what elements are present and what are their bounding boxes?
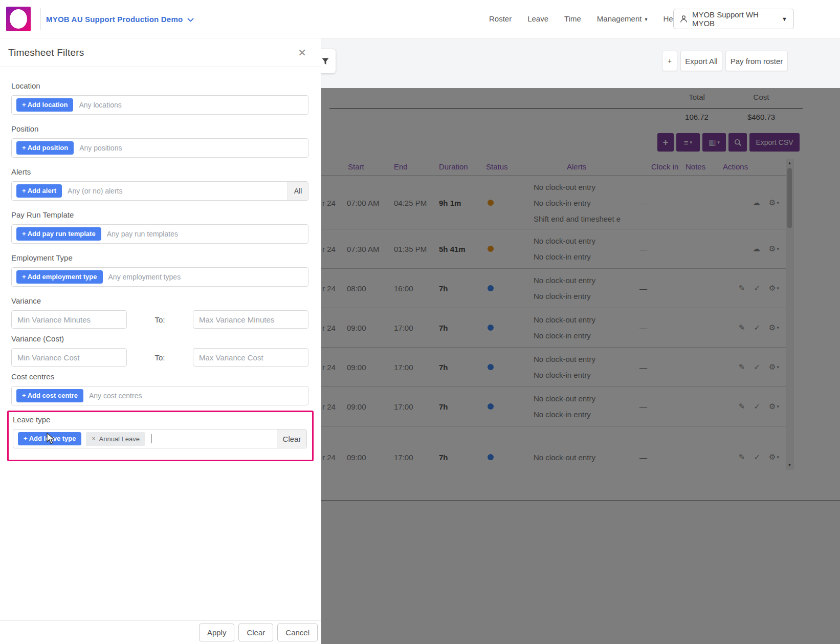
- section-label: Employment Type: [11, 253, 308, 263]
- leave-type-clear-button[interactable]: Clear: [277, 430, 306, 448]
- filter-section-variance-cost: Variance (Cost) To:: [11, 334, 308, 367]
- nav-management[interactable]: Management▾: [597, 14, 648, 23]
- add-employment-type-button[interactable]: + Add employment type: [16, 270, 103, 284]
- filter-section-alerts: Alerts + Add alert Any (or no) alerts Al…: [11, 167, 308, 201]
- alerts-all-button[interactable]: All: [288, 182, 308, 200]
- filter-section-pay-run-template: Pay Run Template + Add pay run template …: [11, 210, 308, 244]
- to-label: To:: [154, 353, 165, 362]
- add-position-button[interactable]: + Add position: [16, 141, 74, 155]
- employment-type-placeholder: Any employment types: [108, 273, 181, 281]
- app-window: + Export All Pay from roster Total Cost …: [0, 0, 840, 644]
- cancel-button[interactable]: Cancel: [277, 624, 318, 641]
- pay-from-roster-button[interactable]: Pay from roster: [725, 51, 788, 71]
- add-cost-centre-button[interactable]: + Add cost centre: [16, 389, 83, 402]
- modal-backdrop[interactable]: [321, 88, 840, 644]
- nav-leave[interactable]: Leave: [527, 14, 548, 23]
- filter-section-position: Position + Add position Any positions: [11, 124, 308, 158]
- mouse-cursor: [46, 433, 55, 445]
- filter-section-location: Location + Add location Any locations: [11, 81, 308, 115]
- section-label: Pay Run Template: [11, 210, 308, 220]
- timesheet-filters-panel: Timesheet Filters ✕ Location + Add locat…: [0, 38, 321, 644]
- nav-roster[interactable]: Roster: [489, 14, 512, 23]
- chip-label: Annual Leave: [99, 435, 140, 443]
- text-caret: [151, 434, 151, 443]
- leave-type-chip[interactable]: × Annual Leave: [86, 432, 145, 446]
- close-icon[interactable]: ✕: [298, 47, 306, 59]
- min-variance-cost-input[interactable]: [11, 348, 127, 367]
- myob-logo: [6, 7, 31, 31]
- organisation-name: MYOB AU Support Production Demo: [46, 15, 183, 24]
- to-label: To:: [154, 315, 165, 324]
- panel-header: Timesheet Filters ✕: [0, 38, 321, 67]
- filter-section-variance: Variance To:: [11, 296, 308, 329]
- section-label: Cost centres: [11, 372, 308, 381]
- location-placeholder: Any locations: [79, 101, 121, 109]
- add-pay-run-template-button[interactable]: + Add pay run template: [16, 227, 101, 241]
- apply-button[interactable]: Apply: [199, 624, 235, 641]
- export-all-button[interactable]: Export All: [680, 51, 722, 71]
- pay-run-template-filter-box[interactable]: + Add pay run template Any pay run templ…: [11, 224, 308, 244]
- location-filter-box[interactable]: + Add location Any locations: [11, 95, 308, 115]
- panel-footer: Apply Clear Cancel: [0, 620, 321, 644]
- pay-run-template-placeholder: Any pay run templates: [107, 230, 178, 238]
- section-label: Location: [11, 81, 308, 91]
- leave-type-filter-box[interactable]: + Add leave type × Annual Leave Clear: [13, 429, 307, 448]
- max-variance-minutes-input[interactable]: [193, 310, 308, 329]
- filter-section-employment-type: Employment Type + Add employment type An…: [11, 253, 308, 287]
- add-alert-button[interactable]: + Add alert: [16, 184, 62, 198]
- organisation-switcher[interactable]: MYOB AU Support Production Demo: [46, 15, 194, 24]
- chevron-down-icon: ▼: [782, 16, 787, 22]
- remove-chip-icon[interactable]: ×: [92, 435, 95, 442]
- section-label: Variance (Cost): [11, 334, 308, 344]
- section-label: Variance: [11, 296, 308, 306]
- position-filter-box[interactable]: + Add position Any positions: [11, 138, 308, 158]
- section-label: Leave type: [13, 415, 307, 424]
- add-timesheet-button[interactable]: +: [662, 51, 677, 71]
- logo-divider: [40, 8, 41, 30]
- funnel-icon: [322, 58, 329, 65]
- user-name: MYOB Support WH MYOB: [692, 10, 777, 28]
- section-label: Alerts: [11, 167, 308, 177]
- primary-nav: RosterLeaveTimeManagement▾Help: [489, 14, 679, 23]
- panel-body: Location + Add location Any locations Po…: [0, 67, 321, 461]
- user-icon: [680, 15, 688, 23]
- user-menu[interactable]: MYOB Support WH MYOB ▼: [673, 9, 794, 29]
- top-navigation-bar: MYOB AU Support Production Demo RosterLe…: [0, 0, 840, 38]
- cost-centres-filter-box[interactable]: + Add cost centre Any cost centres: [11, 386, 308, 405]
- nav-time[interactable]: Time: [564, 14, 581, 23]
- filter-section-cost-centres: Cost centres + Add cost centre Any cost …: [11, 372, 308, 405]
- clear-button[interactable]: Clear: [238, 624, 273, 641]
- cost-centres-placeholder: Any cost centres: [89, 392, 142, 400]
- position-placeholder: Any positions: [79, 144, 122, 152]
- add-location-button[interactable]: + Add location: [16, 98, 73, 112]
- alerts-filter-box[interactable]: + Add alert Any (or no) alerts All: [11, 181, 308, 201]
- panel-title: Timesheet Filters: [8, 47, 84, 58]
- min-variance-minutes-input[interactable]: [11, 310, 127, 329]
- section-label: Position: [11, 124, 308, 134]
- employment-type-filter-box[interactable]: + Add employment type Any employment typ…: [11, 267, 308, 287]
- max-variance-cost-input[interactable]: [193, 348, 308, 367]
- chevron-down-icon: [187, 18, 194, 22]
- alerts-placeholder: Any (or no) alerts: [68, 187, 122, 195]
